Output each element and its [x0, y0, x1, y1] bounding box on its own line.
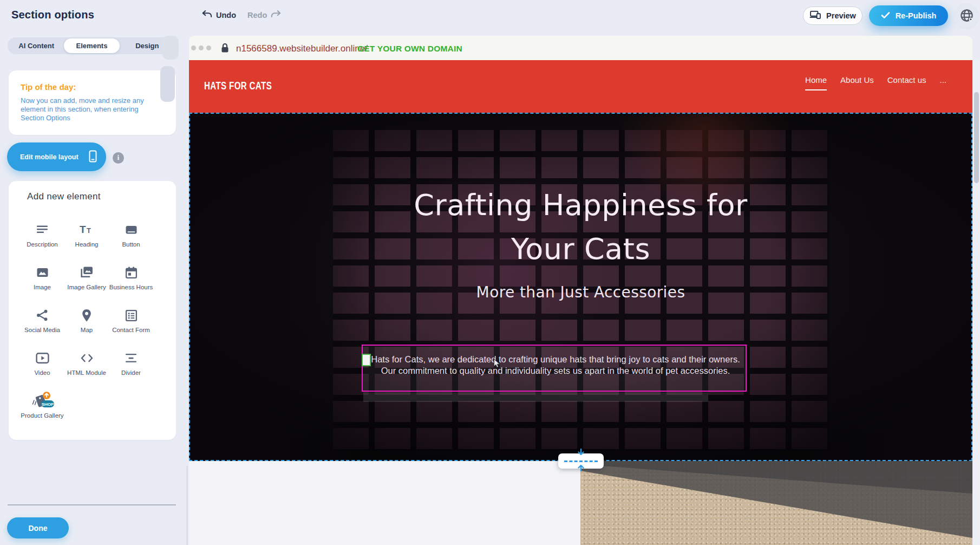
website-builder-app: Section options Undo Redo Preview Re-Pub…	[0, 0, 980, 545]
element-tile-contact-form[interactable]: Contact Form	[109, 304, 153, 347]
arrow-up-icon	[577, 463, 585, 473]
element-shadow-strip	[363, 392, 708, 402]
hero-subheading[interactable]: More than Just Accessories	[190, 283, 971, 301]
tip-title: Tip of the day:	[21, 82, 164, 92]
check-icon	[881, 11, 890, 21]
preview-button[interactable]: Preview	[803, 7, 863, 25]
element-tile-business-hours[interactable]: Business Hours	[109, 261, 153, 304]
element-tile-label: Business Hours	[109, 284, 153, 291]
window-dot	[206, 46, 211, 50]
mouse-cursor	[493, 359, 501, 371]
social-media-icon	[35, 307, 49, 323]
sidebar-tabs: AI ContentElementsDesign	[8, 37, 176, 54]
tip-body: Now you can add, move and resize any ele…	[21, 96, 160, 122]
tab-ai-content[interactable]: AI Content	[9, 38, 64, 53]
element-tile-label: Product Gallery	[21, 412, 63, 419]
arrow-down-icon	[577, 449, 585, 459]
devices-icon	[809, 10, 821, 21]
nav-item-contact-us[interactable]: Contact us	[887, 75, 926, 85]
section-resize-handle[interactable]	[558, 453, 604, 469]
element-tile-product-gallery[interactable]: SHOPProduct Gallery	[20, 390, 64, 432]
business-hours-icon	[125, 264, 138, 281]
element-tile-heading[interactable]: TTHeading	[64, 218, 109, 261]
element-tile-social-media[interactable]: Social Media	[20, 304, 64, 347]
globe-icon	[959, 8, 974, 25]
hero-heading[interactable]: Crafting Happiness for Your Cats	[190, 183, 971, 271]
element-tile-button[interactable]: Button	[109, 218, 153, 261]
contact-form-icon	[125, 307, 138, 323]
edit-mobile-layout-button[interactable]: Edit mobile layout	[7, 142, 106, 171]
nav-item-about-us[interactable]: About Us	[840, 75, 874, 85]
tip-of-the-day-card: Tip of the day: Now you can add, move an…	[9, 70, 176, 135]
redo-icon	[271, 10, 282, 20]
element-tile-label: Video	[34, 369, 50, 377]
next-section-image	[580, 461, 972, 545]
element-tile-html-module[interactable]: HTML Module	[64, 347, 109, 390]
done-button[interactable]: Done	[7, 517, 69, 538]
site-logo[interactable]: HATS FOR CATS	[204, 79, 272, 92]
add-new-element-panel: Add new element DescriptionTTHeadingButt…	[9, 181, 176, 440]
element-tile-grid: DescriptionTTHeadingButtonImageImage Gal…	[20, 218, 153, 432]
drag-handle[interactable]	[362, 354, 371, 366]
image-icon	[36, 264, 49, 281]
site-nav: HomeAbout UsContact us...	[805, 75, 946, 85]
page-title: Section options	[11, 9, 94, 21]
selected-paragraph-element[interactable]: Hats for Cats, we are dedicated to craft…	[362, 345, 747, 392]
image-gallery-icon	[80, 264, 94, 281]
element-tile-label: Image Gallery	[67, 284, 106, 291]
lock-icon	[221, 43, 229, 55]
hero-section-selected[interactable]: Crafting Happiness for Your Cats More th…	[189, 113, 972, 461]
svg-text:SHOP: SHOP	[42, 402, 54, 407]
element-tile-label: Image	[34, 284, 51, 291]
element-tile-label: Social Media	[24, 327, 60, 334]
site-url[interactable]: n1566589.websitebuilder.online/	[236, 43, 368, 54]
button-icon	[124, 222, 139, 238]
background-panel-edge	[160, 66, 175, 102]
svg-text:T: T	[87, 226, 91, 235]
element-tile-image[interactable]: Image	[20, 261, 64, 304]
element-tile-description[interactable]: Description	[20, 218, 64, 261]
divider-icon	[124, 350, 138, 366]
element-tile-label: HTML Module	[67, 369, 106, 377]
get-domain-link[interactable]: GET YOUR OWN DOMAIN	[357, 44, 462, 54]
phone-icon	[89, 150, 97, 164]
element-tile-label: Heading	[75, 241, 99, 248]
redo-button[interactable]: Redo	[247, 10, 282, 20]
product-gallery-icon: SHOP	[30, 393, 54, 409]
info-icon: i	[117, 154, 119, 162]
background-panel-edge	[162, 36, 179, 60]
html-module-icon	[80, 350, 94, 366]
pavement-shadow	[580, 461, 972, 545]
heading-icon: TT	[79, 222, 94, 238]
nav-item-home[interactable]: Home	[805, 75, 827, 85]
undo-button[interactable]: Undo	[201, 10, 236, 20]
republish-button[interactable]: Re-Publish	[869, 5, 948, 26]
preview-scrollbar-thumb[interactable]	[974, 92, 979, 183]
element-tile-map[interactable]: Map	[64, 304, 109, 347]
next-section-background	[189, 461, 580, 545]
info-button[interactable]: i	[113, 152, 124, 164]
element-tile-label: Divider	[121, 369, 141, 377]
map-icon	[80, 307, 93, 323]
element-tile-label: Button	[122, 241, 140, 248]
element-tile-image-gallery[interactable]: Image Gallery	[64, 261, 109, 304]
description-icon	[35, 222, 49, 238]
window-dot	[191, 46, 196, 50]
sidebar-divider	[8, 504, 176, 505]
language-globe-button[interactable]	[953, 3, 979, 29]
hero-paragraph: Hats for Cats, we are dedicated to craft…	[370, 354, 741, 377]
tab-elements[interactable]: Elements	[64, 38, 119, 53]
element-tile-video[interactable]: Video	[20, 347, 64, 390]
element-tile-divider[interactable]: Divider	[109, 347, 153, 390]
svg-text:T: T	[80, 224, 86, 235]
video-icon	[35, 350, 50, 366]
element-tile-label: Map	[81, 327, 93, 334]
element-tile-label: Description	[27, 241, 58, 248]
resize-dash-line	[564, 460, 598, 462]
nav-item-more[interactable]: ...	[939, 75, 946, 85]
site-header: HATS FOR CATS HomeAbout UsContact us...	[189, 60, 972, 113]
sidebar-scrollbar-track[interactable]	[187, 466, 187, 545]
add-element-title: Add new element	[27, 191, 101, 202]
element-tile-label: Contact Form	[112, 327, 150, 334]
window-dot	[199, 46, 204, 50]
